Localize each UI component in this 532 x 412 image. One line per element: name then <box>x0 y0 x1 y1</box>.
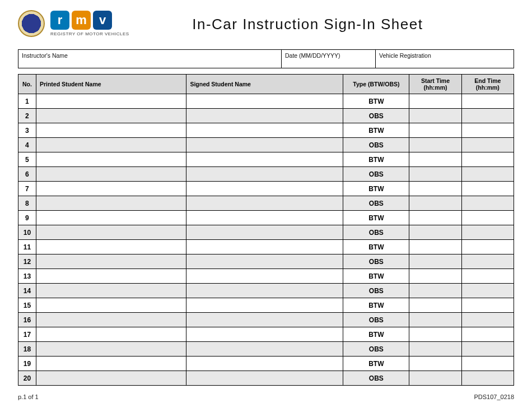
cell-start[interactable] <box>409 152 461 167</box>
cell-end[interactable] <box>461 167 514 182</box>
cell-start[interactable] <box>409 167 461 182</box>
cell-end[interactable] <box>461 269 514 284</box>
cell-end[interactable] <box>461 357 514 371</box>
cell-signed[interactable] <box>186 109 343 123</box>
cell-start[interactable] <box>409 327 461 342</box>
cell-signed[interactable] <box>186 225 343 240</box>
cell-signed[interactable] <box>186 298 343 313</box>
cell-signed[interactable] <box>186 167 343 182</box>
cell-signed[interactable] <box>186 342 343 357</box>
cell-signed[interactable] <box>186 182 343 196</box>
cell-end[interactable] <box>461 342 514 357</box>
cell-signed[interactable] <box>186 94 343 109</box>
cell-end[interactable] <box>461 313 514 327</box>
cell-end[interactable] <box>461 94 514 109</box>
cell-end[interactable] <box>461 225 514 240</box>
form-id: PDS107_0218 <box>474 394 514 400</box>
cell-type: OBS <box>343 313 409 327</box>
cell-end[interactable] <box>461 182 514 196</box>
cell-end[interactable] <box>461 298 514 313</box>
date-field[interactable]: Date (MM/DD/YYYY) <box>282 50 376 68</box>
cell-end[interactable] <box>461 123 514 138</box>
cell-start[interactable] <box>409 225 461 240</box>
cell-signed[interactable] <box>186 240 343 254</box>
col-start: Start Time (hh:mm) <box>409 75 461 94</box>
cell-printed[interactable] <box>36 357 186 371</box>
cell-signed[interactable] <box>186 357 343 371</box>
cell-start[interactable] <box>409 182 461 196</box>
cell-printed[interactable] <box>36 225 186 240</box>
cell-end[interactable] <box>461 284 514 298</box>
cell-type: OBS <box>343 138 409 152</box>
cell-printed[interactable] <box>36 269 186 284</box>
cell-no: 17 <box>18 327 36 342</box>
table-row: 1BTW <box>18 94 514 109</box>
cell-printed[interactable] <box>36 94 186 109</box>
cell-printed[interactable] <box>36 123 186 138</box>
cell-start[interactable] <box>409 357 461 371</box>
cell-start[interactable] <box>409 138 461 152</box>
cell-printed[interactable] <box>36 138 186 152</box>
cell-signed[interactable] <box>186 254 343 269</box>
cell-end[interactable] <box>461 240 514 254</box>
cell-start[interactable] <box>409 313 461 327</box>
cell-end[interactable] <box>461 152 514 167</box>
cell-printed[interactable] <box>36 313 186 327</box>
cell-start[interactable] <box>409 109 461 123</box>
cell-printed[interactable] <box>36 182 186 196</box>
cell-no: 11 <box>18 240 36 254</box>
cell-signed[interactable] <box>186 371 343 386</box>
cell-printed[interactable] <box>36 254 186 269</box>
cell-printed[interactable] <box>36 109 186 123</box>
cell-end[interactable] <box>461 138 514 152</box>
cell-start[interactable] <box>409 94 461 109</box>
cell-signed[interactable] <box>186 196 343 211</box>
table-row: 15BTW <box>18 298 514 313</box>
agency-subtitle: REGISTRY OF MOTOR VEHICLES <box>50 31 129 36</box>
cell-no: 9 <box>18 211 36 225</box>
cell-signed[interactable] <box>186 138 343 152</box>
cell-signed[interactable] <box>186 123 343 138</box>
table-row: 5BTW <box>18 152 514 167</box>
cell-printed[interactable] <box>36 211 186 225</box>
cell-printed[interactable] <box>36 298 186 313</box>
cell-printed[interactable] <box>36 327 186 342</box>
cell-printed[interactable] <box>36 240 186 254</box>
cell-end[interactable] <box>461 254 514 269</box>
cell-start[interactable] <box>409 211 461 225</box>
cell-no: 7 <box>18 182 36 196</box>
cell-type: BTW <box>343 298 409 313</box>
cell-start[interactable] <box>409 196 461 211</box>
col-end: End Time (hh:mm) <box>461 75 514 94</box>
cell-start[interactable] <box>409 342 461 357</box>
cell-start[interactable] <box>409 240 461 254</box>
cell-printed[interactable] <box>36 342 186 357</box>
cell-no: 12 <box>18 254 36 269</box>
cell-printed[interactable] <box>36 284 186 298</box>
instructor-name-field[interactable]: Instructor's Name <box>18 50 282 68</box>
cell-start[interactable] <box>409 298 461 313</box>
cell-printed[interactable] <box>36 196 186 211</box>
cell-printed[interactable] <box>36 371 186 386</box>
cell-signed[interactable] <box>186 284 343 298</box>
table-row: 16OBS <box>18 313 514 327</box>
cell-start[interactable] <box>409 371 461 386</box>
cell-signed[interactable] <box>186 327 343 342</box>
vehicle-registration-field[interactable]: Vehicle Registration <box>376 50 514 68</box>
cell-printed[interactable] <box>36 167 186 182</box>
cell-signed[interactable] <box>186 211 343 225</box>
table-row: 2OBS <box>18 109 514 123</box>
cell-start[interactable] <box>409 284 461 298</box>
cell-start[interactable] <box>409 254 461 269</box>
cell-start[interactable] <box>409 123 461 138</box>
cell-start[interactable] <box>409 269 461 284</box>
cell-end[interactable] <box>461 211 514 225</box>
cell-end[interactable] <box>461 371 514 386</box>
cell-end[interactable] <box>461 109 514 123</box>
cell-signed[interactable] <box>186 152 343 167</box>
cell-end[interactable] <box>461 196 514 211</box>
cell-printed[interactable] <box>36 152 186 167</box>
cell-signed[interactable] <box>186 313 343 327</box>
cell-signed[interactable] <box>186 269 343 284</box>
cell-end[interactable] <box>461 327 514 342</box>
